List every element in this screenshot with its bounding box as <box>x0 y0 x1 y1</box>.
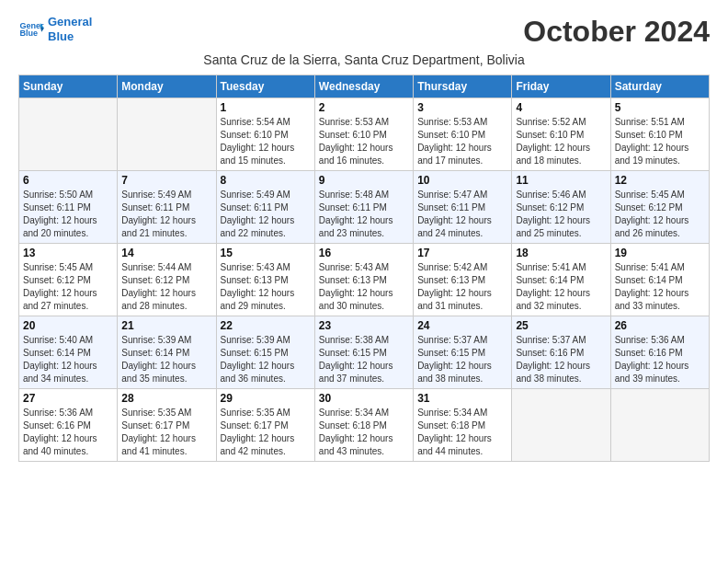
day-number: 17 <box>417 247 507 259</box>
calendar-cell: 17Sunrise: 5:42 AMSunset: 6:13 PMDayligh… <box>414 244 512 316</box>
day-info: Sunrise: 5:36 AMSunset: 6:16 PMDaylight:… <box>23 407 113 458</box>
calendar-cell: 25Sunrise: 5:37 AMSunset: 6:16 PMDayligh… <box>512 316 610 389</box>
day-info: Sunrise: 5:51 AMSunset: 6:10 PMDaylight:… <box>615 116 705 167</box>
day-number: 29 <box>221 392 311 405</box>
day-number: 23 <box>319 319 409 332</box>
week-row-3: 13Sunrise: 5:45 AMSunset: 6:12 PMDayligh… <box>19 244 710 316</box>
col-sunday: Sunday <box>19 75 118 98</box>
calendar-cell: 27Sunrise: 5:36 AMSunset: 6:16 PMDayligh… <box>19 389 118 462</box>
day-info: Sunrise: 5:41 AMSunset: 6:14 PMDaylight:… <box>615 261 705 313</box>
calendar-cell: 8Sunrise: 5:49 AMSunset: 6:11 PMDaylight… <box>216 171 314 244</box>
day-number: 14 <box>121 247 211 259</box>
day-info: Sunrise: 5:40 AMSunset: 6:14 PMDaylight:… <box>23 334 113 385</box>
day-info: Sunrise: 5:37 AMSunset: 6:15 PMDaylight:… <box>417 334 507 385</box>
day-number: 28 <box>121 392 211 405</box>
day-number: 20 <box>23 319 113 332</box>
day-number: 9 <box>319 174 409 187</box>
day-number: 7 <box>121 174 211 187</box>
calendar-cell: 30Sunrise: 5:34 AMSunset: 6:18 PMDayligh… <box>314 389 413 462</box>
calendar-cell: 20Sunrise: 5:40 AMSunset: 6:14 PMDayligh… <box>19 316 118 389</box>
calendar-cell: 11Sunrise: 5:46 AMSunset: 6:12 PMDayligh… <box>512 171 610 244</box>
logo: General Blue General Blue <box>18 15 92 43</box>
calendar-cell: 18Sunrise: 5:41 AMSunset: 6:14 PMDayligh… <box>512 244 610 316</box>
col-tuesday: Tuesday <box>216 75 314 98</box>
day-info: Sunrise: 5:44 AMSunset: 6:12 PMDaylight:… <box>121 261 211 313</box>
day-number: 6 <box>23 174 113 187</box>
day-info: Sunrise: 5:45 AMSunset: 6:12 PMDaylight:… <box>615 189 705 240</box>
day-info: Sunrise: 5:42 AMSunset: 6:13 PMDaylight:… <box>417 261 507 313</box>
page: General Blue General Blue October 2024 S… <box>0 0 728 477</box>
calendar-cell: 4Sunrise: 5:52 AMSunset: 6:10 PMDaylight… <box>512 98 610 171</box>
day-number: 24 <box>417 319 507 332</box>
day-info: Sunrise: 5:53 AMSunset: 6:10 PMDaylight:… <box>417 116 507 167</box>
day-info: Sunrise: 5:36 AMSunset: 6:16 PMDaylight:… <box>615 334 705 385</box>
day-info: Sunrise: 5:45 AMSunset: 6:12 PMDaylight:… <box>23 261 113 313</box>
day-number: 18 <box>516 247 606 259</box>
subtitle: Santa Cruz de la Sierra, Santa Cruz Depa… <box>18 52 710 67</box>
day-number: 31 <box>417 392 507 405</box>
day-number: 15 <box>221 247 311 259</box>
calendar-cell <box>118 98 216 171</box>
col-wednesday: Wednesday <box>314 75 413 98</box>
day-number: 26 <box>615 319 705 332</box>
logo-text-blue: Blue <box>48 29 92 44</box>
calendar-cell <box>512 389 610 462</box>
day-number: 25 <box>516 319 606 332</box>
day-number: 22 <box>221 319 311 332</box>
day-number: 3 <box>417 101 507 114</box>
calendar-cell: 21Sunrise: 5:39 AMSunset: 6:14 PMDayligh… <box>118 316 216 389</box>
day-info: Sunrise: 5:35 AMSunset: 6:17 PMDaylight:… <box>221 407 311 458</box>
col-thursday: Thursday <box>414 75 512 98</box>
svg-text:Blue: Blue <box>19 29 38 38</box>
day-number: 16 <box>319 247 409 259</box>
day-info: Sunrise: 5:49 AMSunset: 6:11 PMDaylight:… <box>221 189 311 240</box>
day-number: 11 <box>516 174 606 187</box>
calendar-cell: 6Sunrise: 5:50 AMSunset: 6:11 PMDaylight… <box>19 171 118 244</box>
calendar-cell: 19Sunrise: 5:41 AMSunset: 6:14 PMDayligh… <box>610 244 709 316</box>
day-info: Sunrise: 5:37 AMSunset: 6:16 PMDaylight:… <box>516 334 606 385</box>
calendar-cell: 13Sunrise: 5:45 AMSunset: 6:12 PMDayligh… <box>19 244 118 316</box>
day-info: Sunrise: 5:34 AMSunset: 6:18 PMDaylight:… <box>417 407 507 458</box>
day-number: 1 <box>221 101 311 114</box>
day-number: 4 <box>516 101 606 114</box>
day-info: Sunrise: 5:34 AMSunset: 6:18 PMDaylight:… <box>319 407 409 458</box>
calendar: Sunday Monday Tuesday Wednesday Thursday… <box>18 75 710 462</box>
week-row-5: 27Sunrise: 5:36 AMSunset: 6:16 PMDayligh… <box>19 389 710 462</box>
day-info: Sunrise: 5:41 AMSunset: 6:14 PMDaylight:… <box>516 261 606 313</box>
calendar-cell: 14Sunrise: 5:44 AMSunset: 6:12 PMDayligh… <box>118 244 216 316</box>
calendar-cell: 31Sunrise: 5:34 AMSunset: 6:18 PMDayligh… <box>414 389 512 462</box>
calendar-cell: 1Sunrise: 5:54 AMSunset: 6:10 PMDaylight… <box>216 98 314 171</box>
day-info: Sunrise: 5:52 AMSunset: 6:10 PMDaylight:… <box>516 116 606 167</box>
day-number: 30 <box>319 392 409 405</box>
calendar-cell: 24Sunrise: 5:37 AMSunset: 6:15 PMDayligh… <box>414 316 512 389</box>
calendar-cell: 28Sunrise: 5:35 AMSunset: 6:17 PMDayligh… <box>118 389 216 462</box>
day-number: 5 <box>615 101 705 114</box>
day-info: Sunrise: 5:38 AMSunset: 6:15 PMDaylight:… <box>319 334 409 385</box>
calendar-cell: 10Sunrise: 5:47 AMSunset: 6:11 PMDayligh… <box>414 171 512 244</box>
calendar-cell: 22Sunrise: 5:39 AMSunset: 6:15 PMDayligh… <box>216 316 314 389</box>
calendar-cell: 2Sunrise: 5:53 AMSunset: 6:10 PMDaylight… <box>314 98 413 171</box>
calendar-cell: 12Sunrise: 5:45 AMSunset: 6:12 PMDayligh… <box>610 171 709 244</box>
month-title: October 2024 <box>523 15 710 49</box>
calendar-cell: 26Sunrise: 5:36 AMSunset: 6:16 PMDayligh… <box>610 316 709 389</box>
day-info: Sunrise: 5:35 AMSunset: 6:17 PMDaylight:… <box>121 407 211 458</box>
day-info: Sunrise: 5:39 AMSunset: 6:14 PMDaylight:… <box>121 334 211 385</box>
col-monday: Monday <box>118 75 216 98</box>
day-info: Sunrise: 5:47 AMSunset: 6:11 PMDaylight:… <box>417 189 507 240</box>
day-number: 19 <box>615 247 705 259</box>
calendar-cell: 16Sunrise: 5:43 AMSunset: 6:13 PMDayligh… <box>314 244 413 316</box>
calendar-cell: 7Sunrise: 5:49 AMSunset: 6:11 PMDaylight… <box>118 171 216 244</box>
calendar-cell: 29Sunrise: 5:35 AMSunset: 6:17 PMDayligh… <box>216 389 314 462</box>
calendar-cell: 5Sunrise: 5:51 AMSunset: 6:10 PMDaylight… <box>610 98 709 171</box>
day-info: Sunrise: 5:46 AMSunset: 6:12 PMDaylight:… <box>516 189 606 240</box>
day-number: 12 <box>615 174 705 187</box>
calendar-cell: 23Sunrise: 5:38 AMSunset: 6:15 PMDayligh… <box>314 316 413 389</box>
header: General Blue General Blue October 2024 <box>18 15 710 49</box>
calendar-header-row: Sunday Monday Tuesday Wednesday Thursday… <box>19 75 710 98</box>
week-row-1: 1Sunrise: 5:54 AMSunset: 6:10 PMDaylight… <box>19 98 710 171</box>
day-info: Sunrise: 5:54 AMSunset: 6:10 PMDaylight:… <box>221 116 311 167</box>
day-info: Sunrise: 5:50 AMSunset: 6:11 PMDaylight:… <box>23 189 113 240</box>
calendar-cell <box>19 98 118 171</box>
day-info: Sunrise: 5:53 AMSunset: 6:10 PMDaylight:… <box>319 116 409 167</box>
calendar-cell <box>610 389 709 462</box>
